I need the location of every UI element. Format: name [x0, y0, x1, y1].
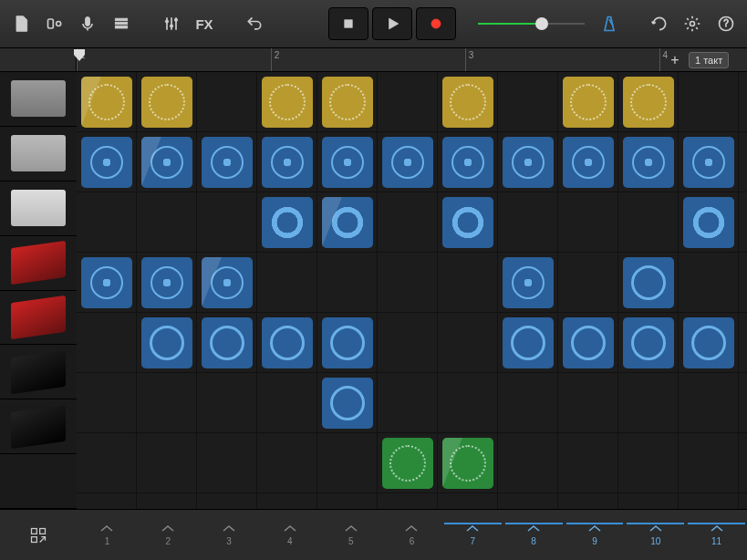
loop-cell[interactable] [81, 257, 132, 308]
cell[interactable] [378, 433, 438, 493]
column-trigger[interactable]: 3 [199, 524, 260, 546]
cell[interactable] [257, 72, 317, 132]
cell[interactable] [378, 192, 438, 253]
loop-cell[interactable] [563, 317, 614, 368]
cell[interactable] [137, 373, 197, 433]
cell[interactable] [197, 192, 257, 253]
loop-cell[interactable] [262, 137, 313, 188]
cell[interactable] [197, 493, 257, 509]
loop-cell[interactable] [442, 197, 493, 248]
cell[interactable] [558, 433, 618, 493]
cell[interactable] [438, 192, 498, 253]
cell[interactable] [679, 72, 739, 132]
section-length-badge[interactable]: 1 такт [689, 52, 729, 68]
track-header-synth-bass[interactable] [0, 181, 77, 236]
microphone-icon[interactable] [74, 8, 101, 39]
loop-cell[interactable] [683, 317, 734, 368]
loop-cell[interactable] [623, 317, 674, 368]
cell[interactable] [257, 373, 317, 433]
cell[interactable] [257, 253, 317, 313]
cell[interactable] [438, 433, 498, 493]
metronome-icon[interactable] [596, 8, 623, 39]
loop-cell[interactable] [442, 77, 493, 128]
cell[interactable] [257, 192, 317, 253]
cell[interactable] [498, 132, 558, 192]
cell[interactable] [438, 253, 498, 313]
cell[interactable] [679, 192, 739, 253]
loop-cell[interactable] [623, 257, 674, 308]
view-icon[interactable] [40, 8, 67, 39]
cell[interactable] [77, 493, 137, 509]
loop-browser-icon[interactable] [646, 8, 673, 39]
cell[interactable] [317, 192, 378, 253]
loop-cell[interactable] [442, 438, 493, 489]
add-section-button[interactable]: + [665, 50, 685, 70]
cell[interactable] [77, 72, 137, 132]
column-trigger[interactable]: 8 [503, 524, 565, 546]
cell[interactable] [137, 313, 197, 373]
cell[interactable] [378, 373, 438, 433]
playhead[interactable] [73, 48, 86, 62]
cell[interactable] [77, 313, 137, 373]
cell[interactable] [679, 493, 739, 509]
loop-cell[interactable] [322, 378, 373, 429]
cell[interactable] [558, 253, 618, 313]
loop-cell[interactable] [382, 438, 433, 489]
cell[interactable] [137, 433, 197, 493]
cell[interactable] [558, 72, 618, 132]
column-trigger[interactable]: 4 [259, 524, 320, 546]
track-header-keys-red-1[interactable] [0, 236, 77, 291]
cell[interactable] [77, 433, 137, 493]
loop-cell[interactable] [683, 137, 734, 188]
cell[interactable] [317, 433, 378, 493]
loop-cell[interactable] [141, 137, 192, 188]
column-trigger[interactable]: 5 [320, 524, 381, 546]
cell[interactable] [438, 132, 498, 192]
loop-cell[interactable] [141, 257, 192, 308]
cell[interactable] [77, 132, 137, 192]
cell[interactable] [498, 433, 558, 493]
loop-cell[interactable] [623, 137, 674, 188]
cell[interactable] [317, 72, 378, 132]
cell[interactable] [137, 192, 197, 253]
volume-slider[interactable] [478, 20, 584, 27]
cell[interactable] [498, 373, 558, 433]
loop-cell[interactable] [442, 137, 493, 188]
cell[interactable] [197, 373, 257, 433]
fx-icon[interactable]: FX [191, 8, 218, 39]
cell[interactable] [618, 313, 679, 373]
undo-icon[interactable] [241, 8, 268, 39]
cell[interactable] [438, 373, 498, 433]
loop-cell[interactable] [322, 77, 373, 128]
cell[interactable] [498, 192, 558, 253]
cell[interactable] [679, 313, 739, 373]
cell[interactable] [558, 373, 618, 433]
column-trigger[interactable]: 7 [442, 524, 503, 546]
stop-button[interactable] [328, 7, 368, 40]
grid-edit-icon[interactable] [23, 520, 54, 551]
cell[interactable] [77, 373, 137, 433]
ruler[interactable]: 1 2 3 4 + 1 такт [0, 48, 747, 72]
cell[interactable] [197, 313, 257, 373]
cell[interactable] [137, 493, 197, 509]
loop-cell[interactable] [322, 137, 373, 188]
column-trigger[interactable]: 11 [686, 524, 747, 546]
cell[interactable] [317, 313, 378, 373]
help-icon[interactable]: ? [712, 8, 740, 39]
cell[interactable] [618, 433, 679, 493]
cell[interactable] [558, 132, 618, 192]
cell[interactable] [378, 253, 438, 313]
track-header-drum-machine-1[interactable] [0, 72, 77, 127]
cell[interactable] [317, 373, 378, 433]
loop-cell[interactable] [262, 317, 313, 368]
cell[interactable] [137, 132, 197, 192]
cell[interactable] [558, 313, 618, 373]
cell[interactable] [137, 72, 197, 132]
loop-cell[interactable] [322, 197, 373, 248]
loop-cell[interactable] [141, 77, 192, 128]
cell[interactable] [378, 132, 438, 192]
cell[interactable] [558, 192, 618, 253]
cell[interactable] [257, 433, 317, 493]
loop-cell[interactable] [503, 257, 554, 308]
loop-cell[interactable] [81, 77, 132, 128]
